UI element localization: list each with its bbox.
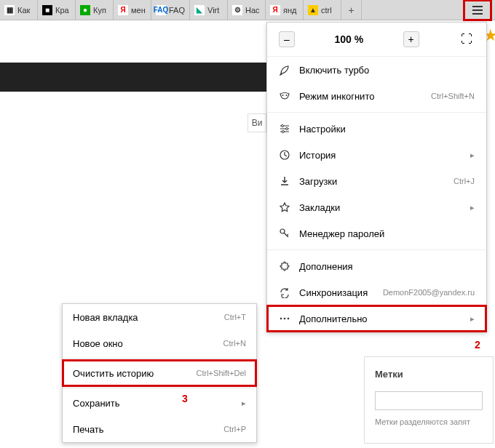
- chevron-right-icon: ▸: [470, 203, 475, 212]
- zoom-value: 100 %: [334, 33, 363, 45]
- tab-label: Virt: [207, 6, 219, 15]
- menu-label: Синхронизация: [299, 287, 374, 298]
- menu-sync[interactable]: Синхронизация DemonF2005@yandex.ru: [267, 279, 486, 305]
- chevron-right-icon: ▸: [470, 151, 475, 160]
- submenu-label: Сохранить: [73, 398, 237, 409]
- browser-tab[interactable]: ⚙Нас: [228, 0, 266, 20]
- browser-tab[interactable]: FAQFAQ: [151, 0, 190, 20]
- submenu-shortcut: Ctrl+N: [223, 339, 246, 348]
- page-partial-button: Ви: [248, 113, 266, 132]
- favicon-icon: ⚙: [232, 5, 242, 15]
- tab-label: Кра: [55, 6, 69, 15]
- favicon-icon: Я: [118, 5, 128, 15]
- main-menu: – 100 % + ⛶ Включить турбо Режим инкогни…: [266, 22, 487, 332]
- favicon-icon: Я: [270, 5, 280, 15]
- clock-icon: [279, 149, 290, 161]
- menu-label: Дополнительно: [299, 313, 462, 324]
- svg-point-8: [284, 318, 286, 320]
- menu-addons[interactable]: Дополнения: [267, 253, 486, 279]
- tab-label: Куп: [93, 6, 106, 15]
- sync-account: DemonF2005@yandex.ru: [383, 288, 475, 297]
- sliders-icon: [279, 123, 290, 135]
- menu-label: Менеджер паролей: [299, 228, 475, 239]
- chevron-right-icon: ▸: [242, 399, 246, 408]
- menu-separator: [267, 112, 486, 113]
- submenu-clear-history[interactable]: Очистить историю Ctrl+Shift+Del: [63, 360, 256, 386]
- puzzle-icon: [279, 260, 290, 272]
- menu-label: История: [299, 150, 462, 161]
- menu-downloads[interactable]: Загрузки Ctrl+J: [267, 168, 486, 194]
- menu-incognito[interactable]: Режим инкогнито Ctrl+Shift+N: [267, 83, 486, 109]
- fullscreen-button[interactable]: ⛶: [459, 31, 475, 47]
- browser-tab[interactable]: ●Куп: [76, 0, 114, 20]
- callout-3: 3: [182, 393, 188, 404]
- zoom-out-button[interactable]: –: [279, 31, 295, 47]
- tab-label: FAQ: [169, 6, 185, 15]
- submenu-label: Новое окно: [73, 338, 219, 349]
- menu-label: Настройки: [299, 124, 475, 135]
- submenu-separator: [63, 358, 256, 359]
- svg-point-4: [282, 131, 285, 133]
- key-icon: [279, 228, 290, 239]
- tags-panel: Метки Метки разделяются запят: [364, 356, 494, 444]
- svg-point-3: [286, 128, 288, 130]
- browser-tab[interactable]: Яянд: [266, 0, 304, 20]
- new-tab-button[interactable]: +: [341, 0, 362, 20]
- favicon-icon: ▲: [308, 5, 318, 15]
- tab-label: янд: [283, 6, 296, 15]
- favicon-icon: FAQ: [156, 5, 166, 15]
- favicon-icon: ●: [80, 5, 90, 15]
- submenu-label: Новая вкладка: [73, 312, 220, 323]
- mask-icon: [279, 90, 290, 102]
- zoom-row: – 100 % + ⛶: [267, 23, 486, 57]
- tags-hint: Метки разделяются запят: [375, 417, 483, 426]
- menu-shortcut: Ctrl+J: [454, 177, 475, 185]
- submenu-save[interactable]: Сохранить ▸: [63, 390, 256, 416]
- menu-turbo[interactable]: Включить турбо: [267, 57, 486, 83]
- menu-history[interactable]: История ▸: [267, 142, 486, 168]
- tab-label: мен: [131, 6, 146, 15]
- browser-tab[interactable]: ▦Как: [0, 0, 38, 20]
- menu-label: Включить турбо: [299, 65, 475, 76]
- svg-point-7: [280, 318, 282, 320]
- svg-point-9: [288, 318, 290, 320]
- favicon-icon: ▦: [4, 5, 15, 15]
- svg-point-0: [282, 95, 284, 96]
- tab-label: ctrl: [321, 6, 332, 15]
- download-icon: [279, 175, 290, 187]
- submenu-separator: [63, 388, 256, 388]
- more-submenu: Новая вкладка Ctrl+T Новое окно Ctrl+N О…: [62, 303, 257, 443]
- submenu-shortcut: Ctrl+P: [223, 425, 246, 433]
- hamburger-menu-button[interactable]: [464, 1, 491, 20]
- submenu-label: Печать: [73, 424, 219, 435]
- menu-passwords[interactable]: Менеджер паролей: [267, 220, 486, 247]
- sync-icon: [279, 287, 290, 298]
- submenu-shortcut: Ctrl+T: [224, 313, 246, 321]
- page-dark-band: [0, 63, 266, 92]
- browser-tab[interactable]: ■Кра: [38, 0, 76, 20]
- menu-shortcut: Ctrl+Shift+N: [431, 92, 475, 100]
- tags-input[interactable]: [375, 391, 483, 410]
- submenu-newtab[interactable]: Новая вкладка Ctrl+T: [63, 304, 256, 330]
- menu-label: Загрузки: [299, 176, 445, 187]
- menu-separator: [267, 249, 486, 250]
- browser-tab[interactable]: ▲ctrl: [304, 0, 341, 20]
- menu-more[interactable]: Дополнительно ▸: [267, 305, 486, 332]
- dots-icon: [279, 313, 290, 324]
- tab-label: Нас: [245, 6, 260, 15]
- browser-tab[interactable]: Ямен: [114, 0, 151, 20]
- submenu-newwindow[interactable]: Новое окно Ctrl+N: [63, 330, 256, 356]
- favicon-icon: ◣: [194, 5, 205, 15]
- tags-title: Метки: [375, 369, 483, 380]
- menu-settings[interactable]: Настройки: [267, 116, 486, 142]
- menu-label: Закладки: [299, 202, 462, 213]
- menu-label: Дополнения: [299, 261, 475, 272]
- zoom-in-button[interactable]: +: [403, 31, 419, 47]
- menu-label: Режим инкогнито: [299, 91, 422, 102]
- submenu-print[interactable]: Печать Ctrl+P: [63, 416, 256, 442]
- chevron-right-icon: ▸: [470, 314, 475, 324]
- callout-2: 2: [475, 339, 480, 351]
- browser-tab[interactable]: ◣Virt: [190, 0, 228, 20]
- favicon-icon: ■: [42, 5, 52, 15]
- menu-bookmarks[interactable]: Закладки ▸: [267, 194, 486, 220]
